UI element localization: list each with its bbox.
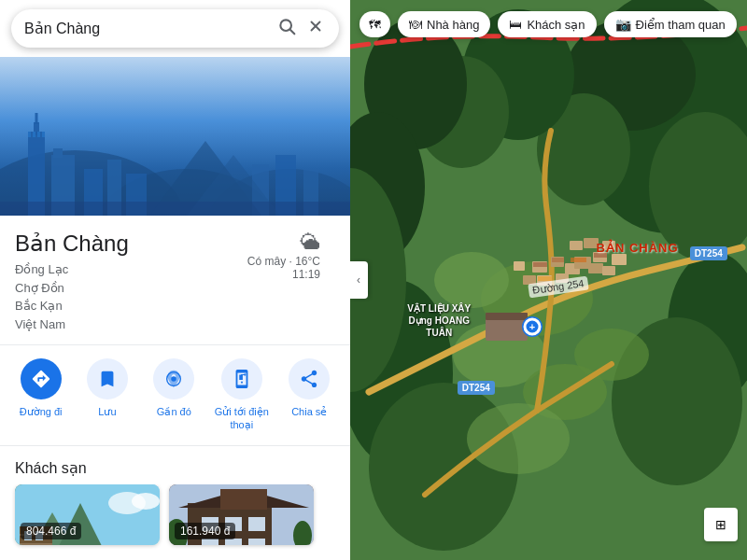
svg-point-71 bbox=[434, 252, 509, 308]
hotel-price-1: 804.466 đ bbox=[21, 523, 81, 539]
address-line4: Việt Nam bbox=[15, 315, 129, 334]
nearby-icon bbox=[163, 369, 184, 389]
nearby-label: Gần đó bbox=[157, 405, 191, 418]
hotel-label: Khách sạn bbox=[527, 18, 585, 32]
share-icon-bg bbox=[289, 358, 330, 399]
save-label: Lưu bbox=[98, 405, 116, 418]
map-controls: ⊞ bbox=[704, 508, 738, 541]
address-line1: Đồng Lạc bbox=[15, 260, 129, 279]
action-buttons-row: Đường đi Lưu Gần đó bbox=[0, 345, 350, 446]
address-line2: Chợ Đồn bbox=[15, 279, 129, 298]
collapse-panel-button[interactable]: ‹ bbox=[350, 261, 368, 299]
svg-rect-84 bbox=[570, 241, 583, 250]
svg-text:+: + bbox=[529, 321, 535, 332]
send-phone-button[interactable]: Gửi tới điện thoại bbox=[215, 358, 269, 432]
svg-rect-13 bbox=[42, 132, 45, 137]
svg-rect-10 bbox=[28, 132, 31, 137]
map-filter-bar: 🗺 🍽 Nhà hàng 🛏 Khách sạn 📷 Điểm tham qua… bbox=[359, 11, 738, 37]
hotel-icon: 🛏 bbox=[509, 17, 522, 32]
search-button[interactable] bbox=[275, 17, 298, 40]
svg-rect-24 bbox=[0, 202, 350, 216]
share-button[interactable]: Chia sẻ bbox=[283, 358, 335, 432]
directions-icon-bg bbox=[21, 358, 62, 399]
map-svg: + bbox=[350, 0, 747, 560]
hotel-card-1[interactable]: 804.466 đ bbox=[15, 484, 160, 545]
hotel-filter-chip[interactable]: 🛏 Khách sạn bbox=[498, 11, 596, 37]
svg-point-72 bbox=[574, 329, 649, 381]
directions-button[interactable]: Đường đi bbox=[15, 358, 67, 432]
svg-rect-48 bbox=[248, 539, 265, 545]
weather-desc: Có mây · 16°C bbox=[247, 255, 320, 268]
hotel-card-2[interactable]: 161.940 đ bbox=[169, 484, 314, 545]
svg-rect-45 bbox=[248, 517, 265, 531]
poi-label: VẬT LIỆU XÂYDựng HOANG TUÂN bbox=[402, 302, 476, 339]
close-icon bbox=[307, 18, 324, 35]
clear-button[interactable] bbox=[305, 18, 326, 39]
svg-rect-87 bbox=[612, 254, 627, 265]
send-phone-icon-bg bbox=[221, 358, 262, 399]
map-panel: + 🗺 🍽 Nhà hàng 🛏 Khách sạn 📷 Điểm tham q… bbox=[350, 0, 747, 560]
weather-info: 🌥 Có mây · 16°C 11:19 bbox=[247, 231, 320, 281]
share-label: Chia sẻ bbox=[291, 405, 327, 418]
svg-rect-9 bbox=[35, 113, 38, 124]
map-type-button[interactable]: 🗺 bbox=[359, 11, 390, 37]
dt254-badge-left: DT254 bbox=[458, 381, 495, 395]
restaurant-filter-chip[interactable]: 🍽 Nhà hàng bbox=[398, 11, 490, 37]
place-name: Bản Chàng bbox=[15, 231, 129, 257]
nearby-button[interactable]: Gần đó bbox=[148, 358, 200, 432]
svg-rect-12 bbox=[37, 132, 40, 137]
dt254-badge-right: DT254 bbox=[690, 246, 727, 260]
svg-point-38 bbox=[132, 493, 160, 510]
restaurant-icon: 🍽 bbox=[409, 17, 422, 32]
save-button[interactable]: Lưu bbox=[81, 358, 134, 432]
search-icon bbox=[277, 17, 296, 35]
svg-rect-89 bbox=[533, 262, 547, 267]
search-input[interactable] bbox=[24, 21, 268, 37]
svg-line-1 bbox=[290, 30, 295, 35]
svg-rect-11 bbox=[33, 132, 35, 137]
svg-rect-88 bbox=[602, 266, 615, 275]
address-line3: Bắc Kạn bbox=[15, 297, 129, 315]
search-bar bbox=[11, 9, 339, 48]
hotel-cards-container: 804.466 đ bbox=[0, 484, 350, 560]
map-type-icon: 🗺 bbox=[369, 18, 381, 32]
place-address: Đồng Lạc Chợ Đồn Bắc Kạn Việt Nam bbox=[15, 260, 129, 333]
save-icon bbox=[97, 369, 118, 389]
hotel-price-2: 161.940 đ bbox=[175, 523, 235, 539]
hotels-section-title: Khách sạn bbox=[0, 446, 350, 484]
ban-chang-map-label: BẢN CHÀNG bbox=[597, 241, 679, 255]
svg-rect-92 bbox=[571, 258, 586, 262]
svg-rect-90 bbox=[552, 258, 564, 262]
svg-rect-83 bbox=[588, 263, 603, 273]
svg-rect-42 bbox=[220, 489, 267, 510]
nearby-icon-bg bbox=[153, 358, 194, 399]
svg-rect-82 bbox=[514, 261, 525, 271]
svg-rect-95 bbox=[486, 313, 528, 320]
layers-button[interactable]: ⊞ bbox=[704, 508, 738, 541]
hero-image bbox=[0, 57, 350, 216]
place-info: Bản Chàng Đồng Lạc Chợ Đồn Bắc Kạn Việt … bbox=[0, 216, 350, 345]
city-silhouette bbox=[0, 104, 350, 216]
attractions-icon: 📷 bbox=[615, 17, 631, 32]
weather-icon: 🌥 bbox=[300, 231, 320, 255]
directions-icon bbox=[31, 369, 51, 389]
directions-label: Đường đi bbox=[20, 405, 63, 418]
attractions-label: Điểm tham quan bbox=[636, 18, 726, 32]
restaurant-label: Nhà hàng bbox=[427, 18, 479, 32]
attractions-filter-chip[interactable]: 📷 Điểm tham quan bbox=[604, 11, 737, 37]
save-icon-bg bbox=[87, 358, 128, 399]
send-phone-icon bbox=[232, 369, 252, 389]
send-phone-label: Gửi tới điện thoại bbox=[215, 405, 269, 432]
weather-time: 11:19 bbox=[292, 268, 320, 281]
svg-rect-15 bbox=[53, 148, 63, 158]
left-panel: Bản Chàng Đồng Lạc Chợ Đồn Bắc Kạn Việt … bbox=[0, 0, 350, 560]
share-icon bbox=[299, 369, 319, 389]
svg-point-73 bbox=[467, 403, 570, 474]
map-background: + 🗺 🍽 Nhà hàng 🛏 Khách sạn 📷 Điểm tham q… bbox=[350, 0, 747, 560]
